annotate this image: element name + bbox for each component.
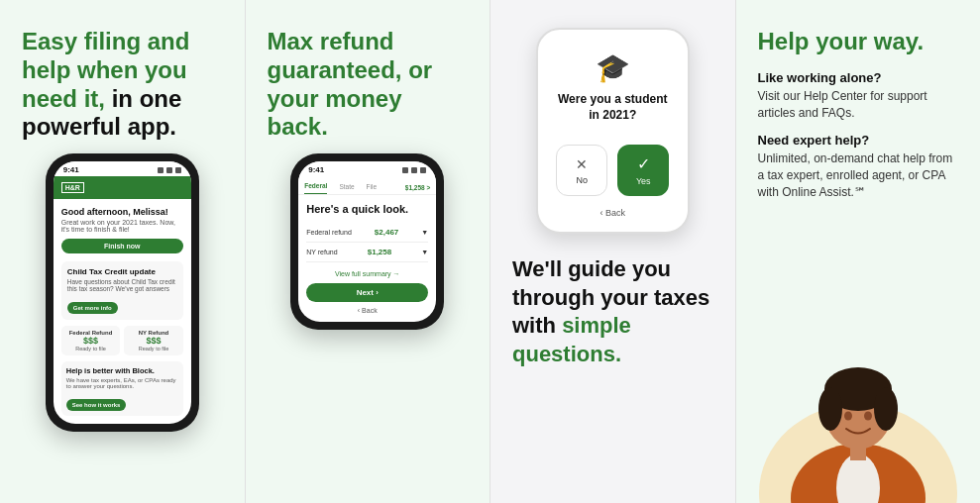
ny-row-value: $1,258 [368, 248, 391, 256]
question-year: in 2021? [589, 108, 636, 122]
panel-max-refund: Max refund guaranteed, or your money bac… [245, 0, 490, 503]
wifi-icon-2 [411, 167, 417, 173]
question-area: 🎓 Were you a student in 2021? [546, 42, 680, 133]
hrblock-logo: H&R [61, 182, 84, 193]
working-alone-title: Like working alone? [758, 70, 959, 85]
view-full-summary-link[interactable]: View full summary → [306, 270, 428, 277]
no-button[interactable]: ✕ No [556, 145, 607, 196]
expert-help-text: Unlimited, on-demand chat help from a ta… [758, 151, 959, 200]
help-card: Help is better with Block. We have tax e… [61, 361, 183, 416]
panel-help-your-way: Help your way. Like working alone? Visit… [735, 0, 981, 503]
battery-icon [175, 167, 181, 173]
tab-file[interactable]: File [367, 181, 377, 194]
graduation-cap-icon: 🎓 [552, 51, 674, 84]
panel3-subheadline: We'll guide you through your taxes with … [512, 255, 713, 368]
time-1: 9:41 [63, 165, 79, 174]
panel-easy-filing: Easy filing and help when you need it, i… [0, 0, 245, 503]
battery-icon-2 [420, 167, 426, 173]
time-2: 9:41 [308, 165, 324, 174]
federal-refund-row: Federal refund $2,467 ▼ [306, 223, 428, 243]
back-link-3[interactable]: ‹ Back [546, 208, 680, 224]
federal-row-label: Federal refund [306, 229, 352, 236]
advisor-avatar [736, 305, 981, 503]
phone2-tabs: Federal State File $1,258 > [298, 176, 436, 195]
signal-icon-2 [402, 167, 408, 173]
panel2-headline: Max refund guaranteed, or your money bac… [268, 28, 469, 142]
phone-mockup-1: 9:41 H&R Good afternoon, Melissa! Great … [46, 153, 199, 432]
subtext: Great work on your 2021 taxes. Now, it's… [61, 219, 183, 233]
phone3-mockup: 🎓 Were you a student in 2021? ✕ No ✓ Yes… [536, 28, 690, 234]
status-icons-1 [158, 167, 181, 173]
question-bold: student [624, 92, 667, 106]
help-title: Help is better with Block. [66, 366, 178, 375]
advisor-illustration [759, 305, 957, 503]
federal-refund-amount: $$$ [65, 336, 117, 346]
back-link-2[interactable]: ‹ Back [306, 307, 428, 314]
question-prefix: Were you a [558, 92, 621, 106]
svg-rect-9 [850, 447, 866, 460]
next-btn[interactable]: Next › [306, 283, 428, 302]
yes-button[interactable]: ✓ Yes [617, 145, 669, 196]
child-tax-card: Child Tax Credit update Have questions a… [61, 261, 183, 320]
tab-state[interactable]: State [339, 181, 354, 194]
panel4-headline: Help your way. [758, 28, 959, 56]
ny-refund-row: NY refund $1,258 ▼ [306, 243, 428, 262]
svg-point-7 [844, 412, 852, 421]
ny-refund-amount: $$$ [128, 336, 179, 346]
ny-row-label: NY refund [306, 249, 337, 255]
finish-btn[interactable]: Finish now [61, 239, 183, 253]
see-how-it-works-btn[interactable]: See how it works [66, 399, 127, 411]
phone2-body: Here's a quick look. Federal refund $2,4… [298, 195, 436, 322]
working-alone-text: Visit our Help Center for support articl… [758, 88, 959, 122]
federal-chevron-icon: ▼ [421, 229, 428, 236]
svg-point-6 [874, 387, 898, 431]
get-more-info-btn[interactable]: Get more info [67, 302, 118, 314]
ny-refund-status: Ready to file [128, 346, 179, 352]
tab-federal[interactable]: Federal [304, 180, 327, 194]
yes-no-buttons: ✕ No ✓ Yes [546, 133, 680, 208]
svg-point-8 [864, 412, 872, 421]
wifi-icon [166, 167, 172, 173]
question-text: Were you a student in 2021? [552, 92, 674, 123]
yes-label: Yes [636, 176, 651, 186]
phone-screen-1: 9:41 H&R Good afternoon, Melissa! Great … [54, 161, 191, 424]
refund-amount-tab: $1,258 > [405, 184, 430, 191]
child-tax-text: Have questions about Child Tax credit th… [67, 278, 177, 292]
panel1-headline: Easy filing and help when you need it, i… [22, 28, 223, 142]
greeting-text: Good afternoon, Melissa! [61, 207, 183, 217]
phone-mockup-2: 9:41 Federal State File $1,258 > Here's … [290, 153, 444, 330]
refunds-row: Federal Refund $$$ Ready to file NY Refu… [61, 326, 183, 355]
quick-look-title: Here's a quick look. [306, 203, 428, 215]
status-bar-2: 9:41 [298, 161, 436, 176]
child-tax-title: Child Tax Credit update [67, 267, 177, 276]
status-icons-2 [402, 167, 426, 173]
ny-chevron-icon: ▼ [421, 249, 428, 255]
help-text: We have tax experts, EAs, or CPAs ready … [66, 377, 178, 389]
x-icon: ✕ [576, 156, 588, 172]
signal-icon [158, 167, 163, 173]
expert-help-title: Need expert help? [758, 133, 959, 148]
federal-row-value: $2,467 [375, 228, 398, 237]
svg-point-5 [818, 387, 842, 431]
no-label: No [576, 175, 588, 185]
federal-refund-box: Federal Refund $$$ Ready to file [61, 326, 121, 355]
federal-refund-status: Ready to file [65, 346, 117, 352]
status-bar-1: 9:41 [54, 161, 191, 176]
phone1-header: H&R [54, 176, 191, 199]
panel-simple-questions: 🎓 Were you a student in 2021? ✕ No ✓ Yes… [490, 0, 735, 503]
phone-screen-2: 9:41 Federal State File $1,258 > Here's … [298, 161, 436, 322]
check-icon: ✓ [637, 154, 650, 173]
phone1-body: Good afternoon, Melissa! Great work on y… [54, 199, 191, 424]
ny-refund-box: NY Refund $$$ Ready to file [124, 326, 183, 355]
